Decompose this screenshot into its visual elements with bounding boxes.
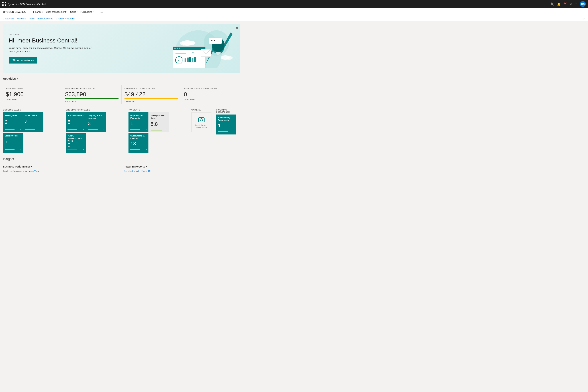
activity-value-1: $63,890	[65, 91, 118, 98]
power-bi-chevron-icon[interactable]: ▾	[146, 166, 147, 168]
tile-purch-invoices-next-week[interactable]: Purch. Invoices... Next Week 0 ›	[66, 133, 86, 153]
tile-bar	[130, 129, 140, 130]
camera-link: Create Incom... from Camera	[194, 124, 210, 129]
tile-my-incoming-documents[interactable]: My Incoming Documents 1 ›	[216, 114, 236, 134]
activities-grid: Sales This Month $1,906 › See more Overd…	[3, 85, 240, 104]
help-icon[interactable]: ?	[576, 2, 577, 6]
expand-icon[interactable]: ⤢	[583, 17, 585, 20]
user-avatar[interactable]: BC	[580, 1, 586, 7]
nav-menu-purchasing[interactable]: Purchasing ▾	[79, 10, 95, 13]
tiles-group-ongoing-sales: Ongoing Sales Sales Quotes 2 › Sales Ord…	[3, 109, 61, 153]
tile-value: 1	[218, 123, 234, 128]
see-more-1[interactable]: › See more	[65, 100, 118, 103]
activity-label-3: Sales Invoices Predicted Overdue	[184, 87, 238, 90]
tile-value: 3	[88, 120, 104, 126]
tile-purchase-orders[interactable]: Purchase Orders 5 ›	[66, 112, 86, 132]
quicklink-bank-accounts[interactable]: Bank Accounts	[38, 17, 53, 20]
see-more-0[interactable]: › See more	[6, 98, 59, 101]
svg-point-4	[174, 48, 176, 49]
chevron-right-icon: ›	[146, 128, 147, 130]
tile-label: Sales Orders	[25, 114, 42, 117]
insights-section: Insights Business Performance ▾ Top Five…	[3, 157, 240, 172]
tile-label: Purch. Invoices... Next Week	[68, 134, 84, 142]
activities-title: Activities	[3, 77, 16, 80]
chevron-right-icon: ›	[40, 128, 42, 130]
camera-icon	[198, 116, 205, 123]
nav-menu-cash-management[interactable]: Cash Management ▾	[44, 10, 69, 13]
banner-text: Get started Hi, meet Business Central! Y…	[9, 34, 96, 63]
insights-row: Business Performance ▾ Top Five Customer…	[3, 165, 240, 172]
quick-links-bar: Customers Vendors Items Bank Accounts Ch…	[0, 16, 588, 21]
activities-header: Activities ▾	[3, 77, 240, 82]
tiles-group-label-payments: Payments	[128, 109, 187, 111]
tile-outstanding-vendor-invoices[interactable]: Outstanding V... Invoices 13 ›	[128, 133, 148, 153]
chevron-right-icon: ›	[20, 128, 21, 130]
chevron-right-icon: ›	[83, 128, 84, 130]
tiles-group-ongoing-purchases: Ongoing Purchases Purchase Orders 5 › On…	[66, 109, 124, 153]
see-more-3[interactable]: › See more	[184, 98, 238, 101]
chevron-right-icon: ›	[234, 130, 234, 133]
chevron-right-icon: ›	[20, 148, 21, 151]
tiles-row-purchases: Purchase Orders 5 › Ongoing Purch. Invoi…	[66, 112, 124, 153]
chevron-down-icon: ▾	[66, 11, 67, 13]
activity-label-1: Overdue Sales Invoice Amount	[65, 87, 118, 90]
activity-card-overdue-purch: Overdue Purch. Invoice Amount $49,422 › …	[122, 85, 181, 104]
tile-bar	[5, 149, 14, 150]
business-performance-chevron-icon[interactable]: ▾	[31, 166, 32, 168]
power-bi-link[interactable]: Get started with Power BI	[124, 170, 150, 172]
tiles-group-camera: Camera Create Incom... from Camera	[192, 109, 212, 153]
nav-divider-1: |	[30, 10, 30, 14]
activity-bar-2	[124, 98, 178, 99]
quicklink-items[interactable]: Items	[29, 17, 35, 20]
banner-close-button[interactable]: ✕	[236, 26, 238, 30]
tiles-groups-container: Ongoing Sales Sales Quotes 2 › Sales Ord…	[3, 109, 240, 153]
activity-bar-1	[65, 98, 118, 99]
banner-illustration: → ••• +	[147, 28, 234, 68]
quick-links-list: Customers Vendors Items Bank Accounts Ch…	[3, 17, 74, 20]
activities-chevron-icon[interactable]: ▾	[17, 78, 18, 80]
tile-camera[interactable]: Create Incom... from Camera	[192, 112, 212, 132]
nav-menu-sales[interactable]: Sales ▾	[69, 10, 79, 13]
insights-col-business-performance: Business Performance ▾ Top Five Customer…	[3, 165, 120, 172]
activity-label-0: Sales This Month	[6, 87, 59, 90]
chevron-down-icon: ▾	[93, 11, 94, 13]
tiles-row-camera: Create Incom... from Camera	[192, 112, 212, 132]
activity-card-overdue-sales: Overdue Sales Invoice Amount $63,890 › S…	[62, 85, 122, 104]
tile-label: Ongoing Purch. Invoices	[88, 114, 104, 120]
svg-rect-9	[176, 55, 188, 55]
show-demo-tours-button[interactable]: Show demo tours	[9, 57, 37, 64]
quicklink-customers[interactable]: Customers	[3, 17, 14, 20]
svg-point-6	[179, 48, 180, 49]
search-icon[interactable]: 🔍	[550, 2, 554, 6]
more-menu-button[interactable]: ☰	[99, 10, 104, 14]
top-navigation-bar: Dynamics 365 Business Central 🔍 🔔 🚩 ⚙ ? …	[0, 0, 588, 8]
tile-sales-quotes[interactable]: Sales Quotes 2 ›	[3, 112, 23, 132]
nav-menu-finance[interactable]: Finance ▾	[32, 10, 44, 13]
tiles-row-payments: Unprocessed Payments 1 › Average Collec.…	[128, 112, 187, 153]
tiles-group-payments: Payments Unprocessed Payments 1 › Averag…	[128, 109, 187, 153]
tiles-group-label-sales: Ongoing Sales	[3, 109, 61, 111]
bell-icon[interactable]: 🔔	[557, 2, 560, 6]
tiles-row-sales: Sales Quotes 2 › Sales Orders 4 ›	[3, 112, 61, 153]
business-performance-link[interactable]: Top Five Customers by Sales Value	[3, 170, 40, 172]
see-more-2[interactable]: › See more	[124, 100, 178, 103]
quicklink-vendors[interactable]: Vendors	[17, 17, 26, 20]
insights-title: Insights	[3, 157, 240, 163]
quicklink-chart-of-accounts[interactable]: Chart of Accounts	[56, 17, 74, 20]
tile-unprocessed-payments[interactable]: Unprocessed Payments 1 ›	[128, 112, 148, 132]
chevron-right-icon: ›	[146, 148, 147, 151]
waffle-menu-icon[interactable]	[2, 2, 6, 6]
tile-bar	[151, 130, 162, 130]
svg-text:•••: •••	[194, 54, 195, 56]
tile-sales-invoices[interactable]: Sales Invoices 7 ›	[3, 133, 23, 153]
activity-card-predicted-overdue: Sales Invoices Predicted Overdue 0 › See…	[181, 85, 240, 104]
settings-icon[interactable]: ⚙	[570, 2, 572, 6]
tile-ongoing-purch-invoices[interactable]: Ongoing Purch. Invoices 3 ›	[86, 112, 106, 132]
tile-sales-orders[interactable]: Sales Orders 4 ›	[23, 112, 43, 132]
flag-icon[interactable]: 🚩	[564, 2, 567, 6]
tile-bar	[5, 129, 14, 130]
tile-average-collection-days[interactable]: Average Collec... Days 5.8	[149, 112, 169, 132]
svg-text:→: →	[192, 51, 194, 54]
activity-value-3: 0	[184, 91, 238, 98]
tile-bar	[88, 129, 98, 130]
